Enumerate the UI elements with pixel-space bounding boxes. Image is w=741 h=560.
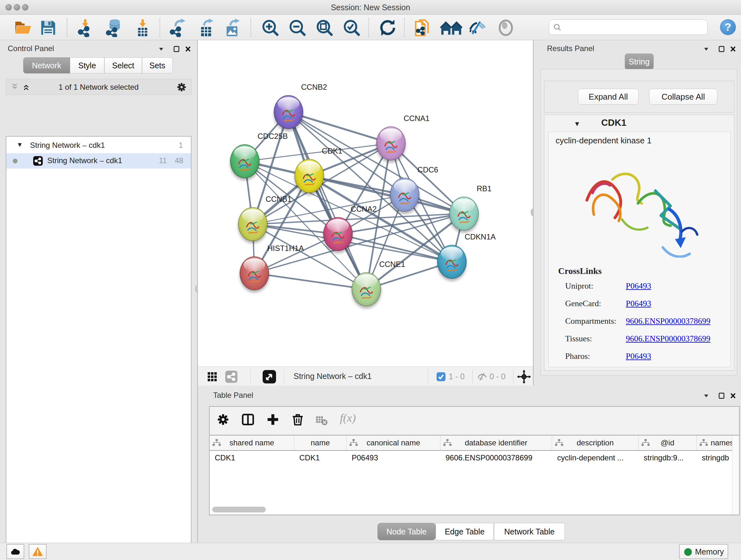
tab-select[interactable]: Select [105,57,142,73]
selected-checkbox-icon[interactable] [436,372,446,381]
panel-menu-icon[interactable] [702,391,711,400]
table-panel-title: Table Panel [213,391,253,400]
network-node-CCNB2[interactable] [274,95,303,129]
crosslink-tissues-link[interactable]: 9606.ENSP00000378699 [626,334,711,344]
zoom-selected-icon[interactable] [342,18,361,37]
import-table-icon[interactable] [133,18,152,37]
memory-button[interactable]: Memory [679,544,728,559]
help-button[interactable]: ? [720,19,736,35]
panel-float-icon[interactable] [718,391,726,400]
toolbar-separator [159,18,160,37]
tab-style[interactable]: Style [70,57,105,73]
delete-table-icon[interactable] [315,414,328,427]
hidden-eye-icon[interactable] [477,371,488,382]
network-edge-CCNB2-CCNE1[interactable] [288,112,367,289]
cloud-button[interactable] [6,544,24,559]
network-row-selected[interactable]: String Network – cdk1 11 48 [6,153,191,169]
network-edge-HIST1H1A-CCNE1[interactable] [254,273,366,289]
column-header[interactable]: name [294,435,347,450]
table-row[interactable]: CDK1 CDK1 P06493 9606.ENSP00000378699 cy… [210,451,739,465]
network-node-CDC6[interactable] [390,178,419,212]
export-network-icon[interactable] [169,18,187,37]
pan-crosshair-icon[interactable] [517,370,531,384]
network-type-icon [33,156,43,166]
export-table-icon[interactable] [197,18,216,37]
network-view-type-icon[interactable] [225,371,238,383]
show-columns-icon[interactable] [241,413,255,427]
network-collection-row[interactable]: ▼ String Network – cdk1 1 [6,138,191,153]
search-box [549,19,708,35]
protein-name: CDK1 [601,118,626,128]
table-options-gear-icon[interactable] [217,413,229,426]
import-network-database-icon[interactable] [105,18,123,37]
expand-all-button[interactable]: Expand All [578,89,638,105]
toolbar-separator [251,369,251,384]
protein-expander-icon[interactable]: ▼ [574,120,581,128]
network-node-CCNB1[interactable] [238,207,267,241]
tab-network[interactable]: Network [23,57,70,73]
crosslink-compartments-link[interactable]: 9606.ENSP00000378699 [626,316,711,326]
tab-network-table[interactable]: Network Table [494,523,565,540]
network-node-CCNE1[interactable] [352,272,381,306]
network-view-title: String Network – cdk1 [293,372,372,381]
collection-expander-icon[interactable]: ▼ [17,141,23,148]
function-builder-button[interactable]: f(x) [340,411,356,425]
hscrollbar-thumb[interactable] [212,507,266,512]
panel-close-icon[interactable] [729,45,737,53]
table-vscrollbar[interactable] [732,435,739,514]
panel-menu-icon[interactable] [702,45,711,53]
birdseye-view-icon[interactable] [263,370,276,383]
zoom-in-icon[interactable] [261,18,280,37]
show-all-networks-icon[interactable] [440,18,463,37]
warnings-button[interactable] [29,544,47,559]
crosslink-uniprot-link[interactable]: P06493 [626,281,651,291]
network-node-CDKN1A[interactable] [437,245,467,279]
panel-float-icon[interactable] [172,45,181,53]
crosslink-pharos-link[interactable]: P06493 [626,352,651,361]
toolbar-separator [472,369,473,384]
panel-close-icon[interactable] [729,391,737,400]
network-node-CDC25B[interactable] [230,144,259,178]
toolbar-separator [67,18,67,37]
first-neighbors-icon[interactable] [413,18,431,37]
crosslink-genecard-link[interactable]: P06493 [626,299,651,308]
grid-view-icon[interactable] [207,371,218,382]
network-node-RB1[interactable] [449,197,479,231]
export-image-icon[interactable] [223,18,241,37]
tab-sets[interactable]: Sets [142,57,173,73]
delete-column-icon[interactable] [291,412,305,426]
network-canvas[interactable]: CCNB2CCNA1CDC25BCDK1CDC6RB1CCNB1CCNA2CDK… [198,40,533,367]
panel-float-icon[interactable] [718,45,726,53]
zoom-fit-icon[interactable] [315,18,334,37]
node-gloss [453,199,475,212]
tab-node-table[interactable]: Node Table [378,523,435,540]
cloud-icon [10,546,21,557]
hide-selected-icon[interactable] [468,18,486,37]
import-network-file-icon[interactable] [76,18,94,37]
save-session-icon[interactable] [39,18,57,37]
network-node-CDK1[interactable] [294,159,324,193]
column-header[interactable]: canonical name [347,435,441,450]
column-header[interactable]: database identifier [441,435,552,450]
column-header[interactable]: description [552,435,638,450]
network-edge-CCNB2-CCNA1[interactable] [288,112,391,143]
search-input[interactable] [564,21,702,33]
add-column-icon[interactable] [266,413,280,427]
apply-layout-icon[interactable] [378,18,396,37]
column-header[interactable]: @id [638,435,697,450]
network-node-HIST1H1A[interactable] [240,256,269,290]
expand-collapse-bar: Expand All Collapse All [544,81,734,113]
network-options-gear-icon[interactable] [177,82,187,92]
panel-close-icon[interactable] [184,45,192,53]
tab-string[interactable]: String [625,54,654,70]
tab-edge-table[interactable]: Edge Table [435,523,494,540]
table-hscrollbar[interactable] [210,505,732,514]
network-node-CCNA2[interactable] [323,217,353,251]
network-node-CCNA1[interactable] [376,126,406,160]
zoom-out-icon[interactable] [288,18,307,37]
collapse-all-button[interactable]: Collapse All [649,89,718,105]
show-hidden-icon[interactable] [496,18,515,37]
open-session-icon[interactable] [13,18,32,37]
column-header[interactable]: shared name [210,435,294,450]
panel-menu-icon[interactable] [157,45,165,53]
